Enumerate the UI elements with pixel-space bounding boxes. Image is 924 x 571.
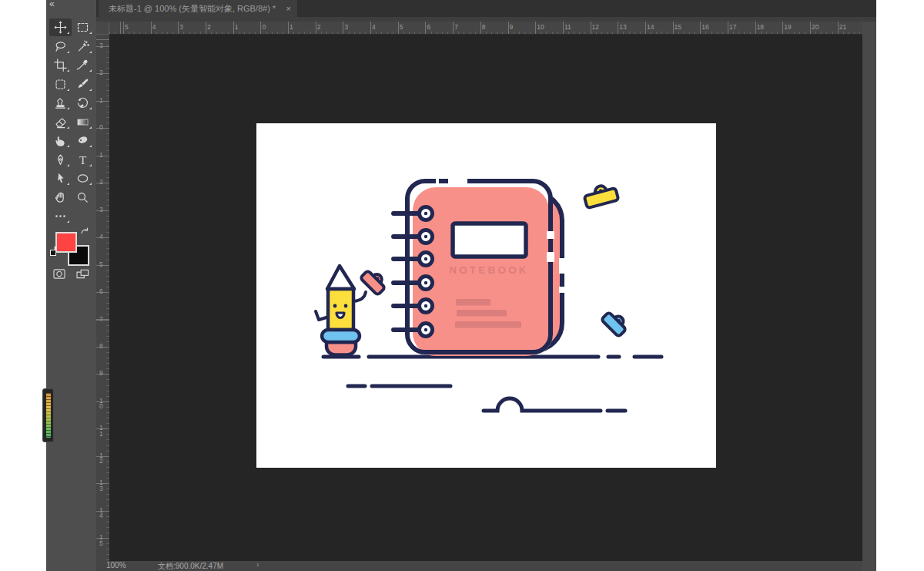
pencil-right-arm (353, 292, 366, 301)
pen-tool[interactable] (49, 151, 72, 169)
ellipsis-icon (54, 210, 67, 223)
history-brush-tool[interactable] (72, 94, 94, 112)
zoom-level-field[interactable]: 100% (106, 561, 126, 569)
rainbow-strip-icon (46, 393, 51, 438)
magnifier-icon (76, 191, 89, 204)
dodge-tool[interactable] (72, 132, 94, 149)
pink-tag (360, 267, 389, 295)
move-icon (54, 21, 67, 34)
smudge-tool[interactable] (49, 132, 72, 149)
pencil-eye-left (333, 304, 337, 308)
photoshop-window: « (46, 0, 876, 571)
document-tab[interactable]: 未标题-1 @ 100% (矢量智能对象, RGB/8#) * × (99, 0, 297, 17)
document-tab-bar: 未标题-1 @ 100% (矢量智能对象, RGB/8#) * × (96, 0, 876, 22)
ellipse-icon (76, 172, 89, 185)
tools-panel: « (46, 0, 96, 571)
pencil-eye-right (344, 304, 348, 308)
notebook: NOTEBOOK (393, 177, 567, 356)
yellow-clip (583, 183, 619, 209)
collapsed-color-panel[interactable] (42, 388, 54, 442)
pencil-character (316, 266, 389, 355)
lasso-icon (54, 40, 67, 53)
pot-rim (322, 330, 360, 342)
type-icon: T (76, 153, 89, 166)
more-options-tool[interactable] (49, 207, 72, 225)
collapse-panel-button[interactable]: « (49, 0, 54, 9)
history-brush-icon (76, 96, 89, 109)
rectangular-marquee-tool[interactable] (72, 18, 94, 36)
notebook-illustration: NOTEBOOK (256, 123, 716, 468)
canvas-area[interactable]: NOTEBOOK (109, 35, 862, 561)
status-bar: 100% 文档:900.0K/2.47M › (96, 561, 862, 571)
ruler-corner (96, 22, 109, 35)
foreground-color-swatch[interactable] (55, 232, 77, 253)
magic-wand-tool[interactable] (72, 38, 94, 55)
pencil-mouth (336, 313, 344, 318)
clone-stamp-tool[interactable] (49, 94, 72, 112)
clone-stamp-icon (54, 96, 67, 109)
blue-clip (601, 308, 630, 337)
pot (326, 342, 356, 355)
crop-tool[interactable] (49, 56, 72, 74)
zoom-tool[interactable] (72, 189, 94, 207)
horizontal-ruler[interactable]: 5432101234567891011121314151617181920212… (96, 22, 869, 35)
type-tool[interactable]: T (72, 151, 94, 169)
crop-icon (54, 59, 67, 72)
hand-tool[interactable] (49, 189, 72, 207)
eyedropper-tool[interactable] (72, 56, 94, 74)
ellipse-shape-tool[interactable] (72, 170, 94, 187)
svg-text:T: T (79, 154, 86, 166)
document-tab-title: 未标题-1 @ 100% (矢量智能对象, RGB/8#) * (109, 3, 282, 15)
path-selection-tool[interactable] (49, 170, 72, 187)
dodge-icon (76, 134, 89, 147)
marquee-icon (76, 21, 89, 34)
quick-mask-button[interactable] (52, 268, 66, 280)
hand-icon (54, 191, 67, 204)
pen-icon (54, 153, 67, 166)
brush-tool[interactable] (72, 76, 94, 93)
patch-tool[interactable] (49, 76, 72, 93)
tab-close-icon[interactable]: × (286, 4, 291, 13)
document-size-info: 文档:900.0K/2.47M (158, 561, 223, 571)
patch-icon (54, 78, 67, 91)
notebook-title-text: NOTEBOOK (449, 264, 529, 276)
gradient-tool[interactable] (72, 113, 94, 131)
smudge-icon (54, 134, 67, 147)
brush-icon (76, 78, 89, 91)
lasso-tool[interactable] (49, 38, 72, 55)
selection-arrow-icon (54, 172, 67, 185)
notebook-label-window (453, 223, 526, 257)
magic-wand-icon (76, 40, 89, 53)
screen-mode-button[interactable] (75, 268, 90, 280)
move-tool[interactable] (49, 18, 72, 36)
pencil-body (328, 289, 353, 330)
toolbar-mode-buttons (46, 267, 96, 282)
eraser-icon (54, 116, 67, 129)
eyedropper-icon (76, 59, 89, 72)
ground-lines (323, 357, 661, 411)
pencil-tip (327, 266, 354, 289)
eraser-tool[interactable] (49, 113, 72, 131)
swap-colors-icon[interactable] (80, 227, 89, 236)
artboard[interactable]: NOTEBOOK (256, 123, 716, 468)
gradient-icon (76, 116, 89, 129)
status-chevron-icon[interactable]: › (256, 560, 259, 569)
vertical-ruler[interactable]: 3210123456789101112131415 (96, 35, 109, 561)
right-panel-edge (862, 22, 876, 571)
